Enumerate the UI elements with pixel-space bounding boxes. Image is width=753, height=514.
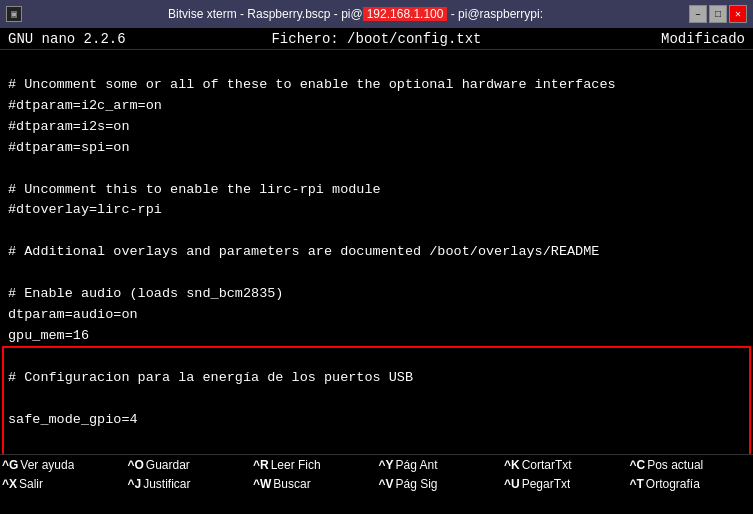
shortcut-item[interactable]: ^R Leer Fich xyxy=(251,455,377,475)
editor-line: gpu_mem=16 xyxy=(8,326,745,347)
title-bar: ▣ Bitvise xterm - Raspberry.bscp - pi@19… xyxy=(0,0,753,28)
title-controls: – □ ✕ xyxy=(689,5,747,23)
editor-line: # Uncomment this to enable the lirc-rpi … xyxy=(8,180,745,201)
editor-line: max_usb_current=1 xyxy=(8,452,745,454)
shortcut-item[interactable]: ^G Ver ayuda xyxy=(0,455,126,475)
shortcut-desc: PegarTxt xyxy=(522,477,571,491)
shortcut-key: ^Y xyxy=(379,458,394,472)
shortcut-desc: Pág Ant xyxy=(396,458,438,472)
editor-line: #dtparam=i2s=on xyxy=(8,117,745,138)
editor-line xyxy=(8,221,745,242)
shortcut-item[interactable]: ^W Buscar xyxy=(251,475,377,495)
shortcut-desc: Guardar xyxy=(146,458,190,472)
title-prefix: Bitvise xterm - Raspberry.bscp - pi@ xyxy=(168,7,363,21)
editor-line xyxy=(8,263,745,284)
hostname-highlight: 192.168.1.100 xyxy=(363,7,448,21)
shortcut-key: ^K xyxy=(504,458,520,472)
title-text: Bitvise xterm - Raspberry.bscp - pi@192.… xyxy=(22,7,689,21)
editor-line: safe_mode_gpio=4 xyxy=(8,410,745,431)
shortcut-row: ^X Salir^J Justificar^W Buscar^V Pág Sig… xyxy=(0,475,753,495)
shortcut-item[interactable]: ^Y Pág Ant xyxy=(377,455,503,475)
nano-statusbar: GNU nano 2.2.6 Fichero: /boot/config.txt… xyxy=(0,28,753,50)
nano-filename: Fichero: /boot/config.txt xyxy=(192,31,561,47)
shortcut-desc: CortarTxt xyxy=(522,458,572,472)
shortcut-desc: Leer Fich xyxy=(271,458,321,472)
editor-line: #dtparam=spi=on xyxy=(8,138,745,159)
shortcut-item[interactable]: ^J Justificar xyxy=(126,475,252,495)
editor-line: # Additional overlays and parameters are… xyxy=(8,242,745,263)
app-icon: ▣ xyxy=(6,6,22,22)
title-bar-left: ▣ xyxy=(6,6,22,22)
maximize-button[interactable]: □ xyxy=(709,5,727,23)
editor-area[interactable]: # Uncomment some or all of these to enab… xyxy=(0,50,753,454)
title-suffix: - pi@raspberrypi: xyxy=(447,7,543,21)
editor-line: #dtparam=i2c_arm=on xyxy=(8,96,745,117)
minimize-button[interactable]: – xyxy=(689,5,707,23)
editor-line: # Configuracion para la energía de los p… xyxy=(8,368,745,389)
editor-line xyxy=(8,347,745,368)
shortcut-key: ^O xyxy=(128,458,144,472)
shortcut-item[interactable]: ^T Ortografía xyxy=(628,475,754,495)
shortcut-item[interactable]: ^O Guardar xyxy=(126,455,252,475)
shortcut-key: ^C xyxy=(630,458,646,472)
shortcut-key: ^X xyxy=(2,477,17,491)
shortcut-desc: Pos actual xyxy=(647,458,703,472)
shortcut-key: ^T xyxy=(630,477,644,491)
shortcut-item[interactable]: ^X Salir xyxy=(0,475,126,495)
shortcut-desc: Buscar xyxy=(273,477,310,491)
shortcut-desc: Pág Sig xyxy=(396,477,438,491)
close-button[interactable]: ✕ xyxy=(729,5,747,23)
shortcut-item[interactable]: ^V Pág Sig xyxy=(377,475,503,495)
shortcut-key: ^G xyxy=(2,458,18,472)
shortcut-key: ^R xyxy=(253,458,269,472)
shortcut-desc: Ver ayuda xyxy=(20,458,74,472)
shortcut-item[interactable]: ^C Pos actual xyxy=(628,455,754,475)
shortcut-key: ^U xyxy=(504,477,520,491)
editor-line: dtparam=audio=on xyxy=(8,305,745,326)
shortcut-desc: Ortografía xyxy=(646,477,700,491)
editor-line: #dtoverlay=lirc-rpi xyxy=(8,200,745,221)
shortcut-key: ^V xyxy=(379,477,394,491)
shortcut-desc: Justificar xyxy=(143,477,190,491)
nano-modified: Modificado xyxy=(561,31,745,47)
shortcut-key: ^W xyxy=(253,477,271,491)
editor-line xyxy=(8,431,745,452)
editor-line xyxy=(8,159,745,180)
editor-line xyxy=(8,389,745,410)
shortcut-bar: ^G Ver ayuda^O Guardar^R Leer Fich^Y Pág… xyxy=(0,454,753,494)
shortcut-row: ^G Ver ayuda^O Guardar^R Leer Fich^Y Pág… xyxy=(0,455,753,475)
shortcut-desc: Salir xyxy=(19,477,43,491)
shortcut-item[interactable]: ^K CortarTxt xyxy=(502,455,628,475)
editor-line: # Enable audio (loads snd_bcm2835) xyxy=(8,284,745,305)
nano-version: GNU nano 2.2.6 xyxy=(8,31,192,47)
editor-line: # Uncomment some or all of these to enab… xyxy=(8,75,745,96)
shortcut-item[interactable]: ^U PegarTxt xyxy=(502,475,628,495)
shortcut-key: ^J xyxy=(128,477,142,491)
